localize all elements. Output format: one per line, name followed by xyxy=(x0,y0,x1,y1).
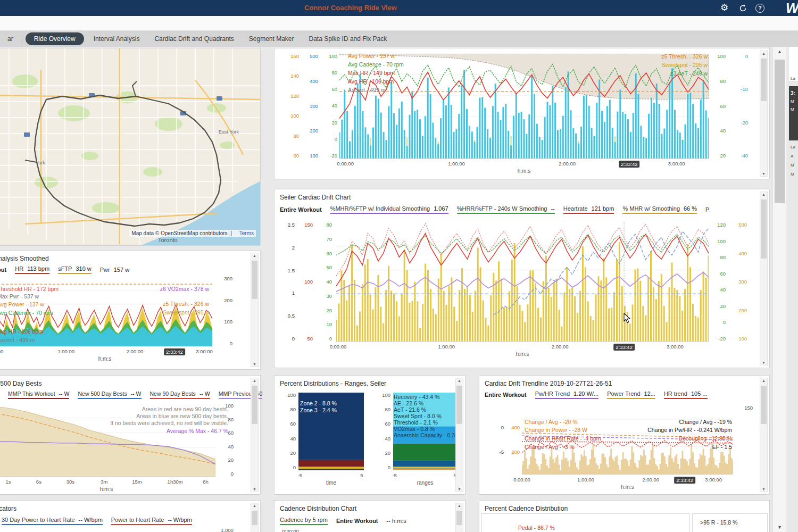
y-axis: 2.521.510.50 xyxy=(280,222,295,342)
x-axis-label: h:m:s xyxy=(516,351,529,357)
legend-item-mhr-w-smoothing[interactable]: % MHR w/ Smoothing66 % xyxy=(622,205,697,214)
scroll-up-arrow[interactable]: ▲ xyxy=(456,379,463,383)
scroll-down-arrow[interactable]: ▼ xyxy=(760,487,767,491)
analysis-smoothed-panel: Analysis Smoothed koutHR113 bpmsFTP310 w… xyxy=(0,250,261,370)
scroll-up-arrow[interactable]: ▲ xyxy=(251,379,258,383)
scrollbar-thumb[interactable] xyxy=(252,261,257,299)
legend-item-pw-hr-trend[interactable]: Pw/HR Trend1.20 W/... xyxy=(535,390,599,399)
bests-legend: utMMP This Workout-- WNew 500 Day Bests-… xyxy=(0,390,271,399)
panel-title: Seiler Cardiac Drift Chart xyxy=(280,194,351,201)
scroll-up-arrow[interactable]: ▲ xyxy=(251,504,258,508)
legend-item-hr-trend[interactable]: HR trend105 ... xyxy=(664,390,708,399)
scrollbar-thumb[interactable] xyxy=(456,386,462,424)
time-distribution-bar[interactable]: 100806040200-55timeZone 2 - 8.8 %Zone 3 … xyxy=(284,389,367,484)
x-tick-selected[interactable]: 2:33:42 xyxy=(613,344,635,351)
x-tick-selected[interactable]: 2:33:42 xyxy=(164,348,185,355)
analysis-chart[interactable]: 3002001000001:00:002:00:002:33:423:00:00… xyxy=(0,275,240,360)
distributions-scrollbar[interactable]: ▲▼ xyxy=(455,378,463,492)
ride-overview-chart[interactable]: 1601401201008060500400300200100100806040… xyxy=(277,51,758,178)
scrollbar-thumb[interactable] xyxy=(775,60,785,203)
scrollbar-thumb[interactable] xyxy=(761,59,767,101)
legend-item-h-m-s[interactable]: -- h:m:s xyxy=(387,518,406,525)
x-tick: 2:00:00 xyxy=(552,344,569,350)
scroll-up-arrow[interactable]: ▲ xyxy=(760,193,767,196)
scroll-down-arrow[interactable]: ▼ xyxy=(760,172,767,176)
x-tick: 15m xyxy=(132,479,142,485)
legend-item-mmp-this-workout[interactable]: MMP This Workout-- W xyxy=(8,390,70,399)
bests-scrollbar[interactable]: ▲▼ xyxy=(251,378,259,492)
legend-item-sftp[interactable]: sFTP310 w xyxy=(58,265,92,274)
legend-item-entire-workout[interactable]: Entire Workout xyxy=(336,518,378,525)
indicators-scrollbar[interactable]: ▲▼ xyxy=(251,503,259,532)
x-tick: 3:00:00 xyxy=(196,348,213,354)
analysis-legend: koutHR113 bpmsFTP310 wPwr157 w xyxy=(0,265,138,274)
scroll-down-arrow[interactable]: ▼ xyxy=(760,361,767,364)
tab-ar[interactable]: ar xyxy=(0,32,21,45)
scrollbar-thumb[interactable] xyxy=(456,511,462,525)
legend-item-pwr[interactable]: Pwr157 w xyxy=(100,267,129,274)
seiler-scrollbar[interactable]: ▲▼ xyxy=(760,192,768,365)
legend-item-heartrate[interactable]: Heartrate121 bpm xyxy=(563,205,614,214)
legend-item-kout[interactable]: kout xyxy=(0,267,6,274)
tab-ride-overview[interactable]: Ride Overview xyxy=(26,32,84,45)
legend-item-new-500-day-bests[interactable]: New 500 Day Bests-- W xyxy=(78,390,141,399)
scroll-down-arrow[interactable]: ▼ xyxy=(456,487,463,491)
panel-title: Percent Distributions - Ranges, Seiler xyxy=(280,380,386,387)
mmp-bests-chart[interactable]: 1008060402001s6s30s3m15m1h30m8hh:m:sArea… xyxy=(0,402,240,492)
x-tick-selected[interactable]: 2:33:42 xyxy=(619,161,640,168)
y-axis: 80706050403020100 xyxy=(317,222,332,342)
refresh-icon[interactable] xyxy=(738,4,747,13)
edge-stat-labels: LaAMM xyxy=(789,143,798,179)
scrollbar-thumb[interactable] xyxy=(761,200,767,259)
x-tick-selected[interactable]: 2:33:42 xyxy=(674,477,695,484)
legend-item-30-day-power-to-heart-rate[interactable]: 30 Day Power to Heart Rate-- W/bpm xyxy=(2,517,103,525)
scroll-up-arrow[interactable]: ▲ xyxy=(251,254,258,257)
help-icon[interactable]: ? xyxy=(755,4,764,13)
x-tick: 2:00:00 xyxy=(127,348,144,354)
scroll-up-arrow[interactable]: ▲ xyxy=(760,379,767,383)
cadence-legend: Cadence by 5 rpmEntire Workout-- h:m:s xyxy=(280,517,415,525)
ranges-distribution-bar[interactable]: 100806040200-55rangesRecovery - 43.4 %AE… xyxy=(379,389,460,484)
cadence-scrollbar[interactable]: ▲▼ xyxy=(455,503,463,532)
page-scrollbar[interactable]: ▲ ▼ xyxy=(772,47,786,532)
legend-item-power-trend[interactable]: Power Trend12... xyxy=(607,390,655,399)
scroll-up-arrow[interactable]: ▲ xyxy=(456,504,463,508)
scrollbar-thumb[interactable] xyxy=(761,386,767,424)
scroll-up-arrow[interactable]: ▲ xyxy=(773,49,786,54)
x-tick: -5 xyxy=(392,472,396,478)
gear-icon[interactable]: ⚙ xyxy=(720,3,728,13)
right-cadence-value: >95 R - 15.8 % xyxy=(700,519,737,526)
tab-interval-analysis[interactable]: Interval Analysis xyxy=(86,32,147,45)
x-tick: 0:00:00 xyxy=(337,161,354,167)
chart-annotation: z5 Thresh. - 326 w xyxy=(163,301,209,307)
legend-item-hrr-ftp-240s-w-smoothing[interactable]: %HRR/%FTP - 240s W Smoothing-- xyxy=(457,205,555,214)
y-axis: 100806040200-20 xyxy=(321,54,337,159)
map-terms-link[interactable]: Terms xyxy=(239,230,254,236)
route-map[interactable]: Toronto East York York xyxy=(0,48,260,245)
legend-item-hr[interactable]: HR113 bpm xyxy=(15,265,49,274)
ride-chart-scrollbar[interactable]: ▲▼ xyxy=(760,51,768,177)
map-panel: Toronto East York York Map data © OpenSt… xyxy=(0,48,261,246)
tab-data-spike-id-and-fix-pack[interactable]: Data Spike ID and Fix Pack xyxy=(302,32,395,45)
trendline-scrollbar[interactable]: ▲▼ xyxy=(760,378,768,492)
analysis-scrollbar[interactable]: ▲▼ xyxy=(251,253,259,367)
scroll-down-arrow[interactable]: ▼ xyxy=(773,525,786,530)
legend-item-entire-workout[interactable]: Entire Workout xyxy=(485,392,527,399)
scroll-down-arrow[interactable]: ▼ xyxy=(251,362,258,366)
tab-cardiac-drift-and-quadrants[interactable]: Cardiac Drift and Quadrants xyxy=(147,32,241,45)
scrollbar-thumb[interactable] xyxy=(252,511,257,525)
legend-item-power-to-heart-rate[interactable]: Power to Heart Rate-- W/bpm xyxy=(111,517,192,525)
x-tick: -5 xyxy=(298,472,302,478)
tab-segment-maker[interactable]: Segment Maker xyxy=(242,32,302,45)
chart-annotation: Zone 2 - 8.8 % xyxy=(300,400,337,406)
legend-item-cadence-by-5-rpm[interactable]: Cadence by 5 rpm xyxy=(280,517,328,525)
legend-item-entire-workout[interactable]: Entire Workout xyxy=(280,206,322,214)
legend-item-new-90-day-bests[interactable]: New 90 Day Bests-- W xyxy=(150,390,210,399)
trendline-chart[interactable]: 0-54002001500:00:001:00:002:00:002:33:42… xyxy=(481,401,758,491)
seiler-chart[interactable]: 2.521.510.501501005080706050403020100120… xyxy=(277,219,758,363)
legend-item-p[interactable]: P xyxy=(705,206,709,214)
scroll-down-arrow[interactable]: ▼ xyxy=(251,487,258,491)
legend-item-mhr-ftp-w-individual-smoothing[interactable]: %MHR/%FTP w/ Individual Smoothing1.067 xyxy=(330,205,448,214)
scrollbar-thumb[interactable] xyxy=(252,386,257,424)
scroll-up-arrow[interactable]: ▲ xyxy=(760,52,767,55)
